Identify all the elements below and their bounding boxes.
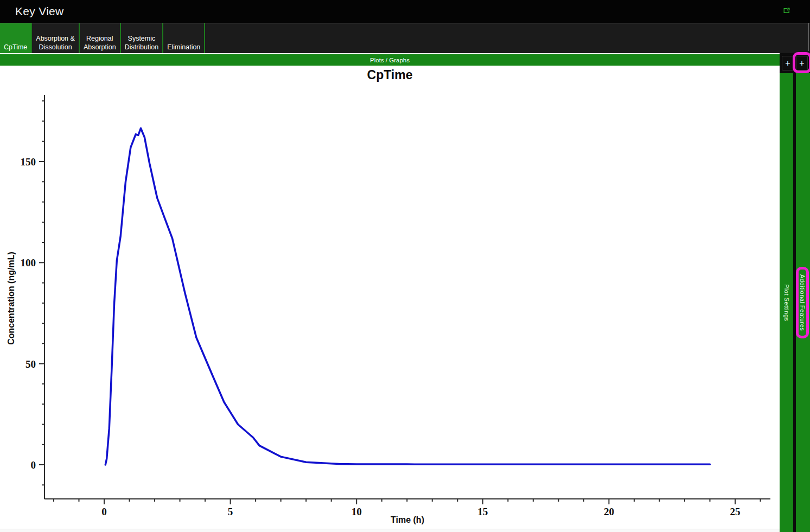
svg-text:100: 100 [21, 257, 36, 268]
tab-label-line: Absorption [84, 43, 116, 52]
view-tab-bar: CpTimeAbsorption &DissolutionRegionalAbs… [0, 23, 810, 53]
tab-elimination[interactable]: Elimination [163, 23, 205, 53]
plot-panel: CpTime 0510152025050100150 Concentration… [0, 66, 780, 529]
title-bar: Key View [0, 0, 810, 23]
tab-label-line: Regional [86, 34, 113, 43]
additional-features-label: Additional Features [799, 274, 806, 331]
tab-systemic-distribution[interactable]: SystemicDistribution [121, 23, 164, 53]
x-axis-label: Time (h) [44, 515, 770, 525]
tab-bar-empty-area [205, 23, 810, 53]
plots-graphs-label: Plots / Graphs [370, 57, 410, 63]
window-title: Key View [15, 5, 64, 18]
tab-label-line: Distribution [125, 43, 159, 52]
svg-text:150: 150 [21, 156, 36, 168]
tab-regional-absorption[interactable]: RegionalAbsorption [80, 23, 121, 53]
sidebar-tab-additional-features[interactable]: Additional Features [796, 73, 810, 532]
plot-settings-label: Plot Settings [783, 284, 790, 321]
right-sidebar: + + Plot Settings Additional Features [780, 53, 810, 532]
tab-cptime[interactable]: CpTime [0, 23, 32, 53]
highlight-annotation-additional-features: Additional Features [796, 267, 809, 338]
sidebar-tab-plot-settings[interactable]: Plot Settings [780, 73, 793, 532]
horizontal-scrollbar[interactable] [0, 529, 780, 532]
tab-label-line: CpTime [4, 43, 27, 52]
tab-label-line: Absorption & [36, 34, 75, 43]
tab-label-line: Dissolution [39, 43, 72, 52]
y-axis-label: Concentration (ng/mL) [7, 252, 16, 345]
svg-text:0: 0 [31, 459, 36, 471]
cp-time-chart: 0510152025050100150 [0, 66, 780, 529]
additional-features-add-button[interactable]: + [796, 56, 808, 70]
svg-text:50: 50 [25, 358, 36, 370]
tab-label-line: Elimination [167, 43, 200, 52]
open-external-icon[interactable] [780, 4, 793, 16]
open-external-icon-glyph [783, 6, 790, 15]
plot-settings-add-button[interactable]: + [782, 56, 794, 70]
plots-graphs-header: Plots / Graphs [0, 54, 780, 66]
tab-absorption-dissolution[interactable]: Absorption &Dissolution [32, 23, 80, 53]
tab-label-line: Systemic [128, 34, 156, 43]
